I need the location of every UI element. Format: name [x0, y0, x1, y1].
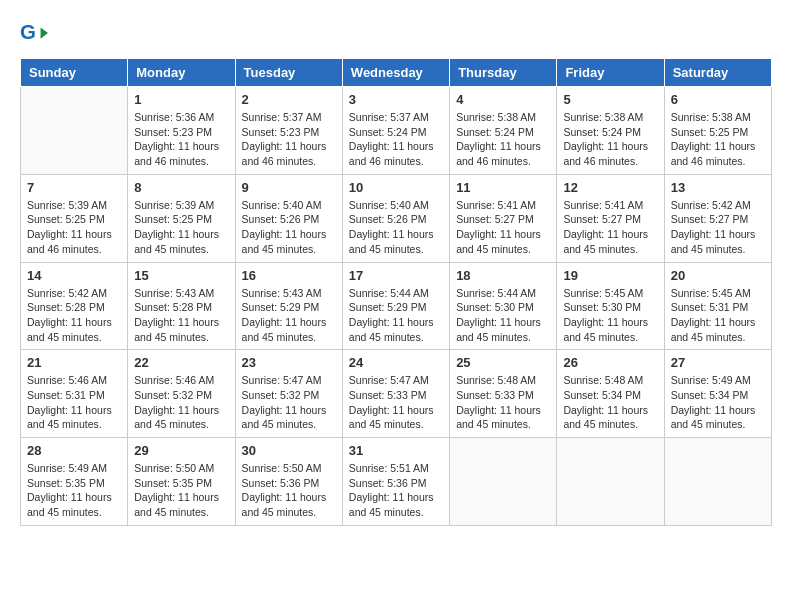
day-detail: Sunrise: 5:39 AMSunset: 5:25 PMDaylight:…: [27, 198, 121, 257]
calendar-cell: 16Sunrise: 5:43 AMSunset: 5:29 PMDayligh…: [235, 262, 342, 350]
day-detail: Sunrise: 5:38 AMSunset: 5:24 PMDaylight:…: [563, 110, 657, 169]
calendar-cell: 31Sunrise: 5:51 AMSunset: 5:36 PMDayligh…: [342, 438, 449, 526]
calendar-cell: [664, 438, 771, 526]
calendar-cell: 22Sunrise: 5:46 AMSunset: 5:32 PMDayligh…: [128, 350, 235, 438]
day-number: 14: [27, 268, 121, 283]
day-number: 3: [349, 92, 443, 107]
calendar-cell: 15Sunrise: 5:43 AMSunset: 5:28 PMDayligh…: [128, 262, 235, 350]
calendar-cell: 28Sunrise: 5:49 AMSunset: 5:35 PMDayligh…: [21, 438, 128, 526]
svg-text:G: G: [20, 20, 36, 43]
calendar-cell: 27Sunrise: 5:49 AMSunset: 5:34 PMDayligh…: [664, 350, 771, 438]
day-detail: Sunrise: 5:38 AMSunset: 5:25 PMDaylight:…: [671, 110, 765, 169]
calendar-cell: 10Sunrise: 5:40 AMSunset: 5:26 PMDayligh…: [342, 174, 449, 262]
day-detail: Sunrise: 5:45 AMSunset: 5:30 PMDaylight:…: [563, 286, 657, 345]
calendar-cell: 19Sunrise: 5:45 AMSunset: 5:30 PMDayligh…: [557, 262, 664, 350]
calendar-cell: [450, 438, 557, 526]
day-detail: Sunrise: 5:47 AMSunset: 5:33 PMDaylight:…: [349, 373, 443, 432]
calendar-cell: 12Sunrise: 5:41 AMSunset: 5:27 PMDayligh…: [557, 174, 664, 262]
calendar-cell: 11Sunrise: 5:41 AMSunset: 5:27 PMDayligh…: [450, 174, 557, 262]
day-detail: Sunrise: 5:50 AMSunset: 5:36 PMDaylight:…: [242, 461, 336, 520]
day-detail: Sunrise: 5:37 AMSunset: 5:24 PMDaylight:…: [349, 110, 443, 169]
day-detail: Sunrise: 5:46 AMSunset: 5:31 PMDaylight:…: [27, 373, 121, 432]
calendar-cell: 29Sunrise: 5:50 AMSunset: 5:35 PMDayligh…: [128, 438, 235, 526]
logo-icon: G: [20, 20, 48, 48]
day-number: 31: [349, 443, 443, 458]
calendar-cell: [557, 438, 664, 526]
calendar-cell: 30Sunrise: 5:50 AMSunset: 5:36 PMDayligh…: [235, 438, 342, 526]
calendar-table: SundayMondayTuesdayWednesdayThursdayFrid…: [20, 58, 772, 526]
calendar-cell: 8Sunrise: 5:39 AMSunset: 5:25 PMDaylight…: [128, 174, 235, 262]
day-number: 4: [456, 92, 550, 107]
calendar-cell: 4Sunrise: 5:38 AMSunset: 5:24 PMDaylight…: [450, 87, 557, 175]
day-detail: Sunrise: 5:43 AMSunset: 5:28 PMDaylight:…: [134, 286, 228, 345]
page-header: G: [20, 20, 772, 48]
day-number: 19: [563, 268, 657, 283]
calendar-cell: 7Sunrise: 5:39 AMSunset: 5:25 PMDaylight…: [21, 174, 128, 262]
week-row: 1Sunrise: 5:36 AMSunset: 5:23 PMDaylight…: [21, 87, 772, 175]
day-detail: Sunrise: 5:36 AMSunset: 5:23 PMDaylight:…: [134, 110, 228, 169]
day-number: 12: [563, 180, 657, 195]
day-detail: Sunrise: 5:41 AMSunset: 5:27 PMDaylight:…: [563, 198, 657, 257]
weekday-header: Wednesday: [342, 59, 449, 87]
day-number: 16: [242, 268, 336, 283]
weekday-header: Tuesday: [235, 59, 342, 87]
calendar-cell: 17Sunrise: 5:44 AMSunset: 5:29 PMDayligh…: [342, 262, 449, 350]
calendar-cell: 23Sunrise: 5:47 AMSunset: 5:32 PMDayligh…: [235, 350, 342, 438]
day-number: 23: [242, 355, 336, 370]
header-row: SundayMondayTuesdayWednesdayThursdayFrid…: [21, 59, 772, 87]
day-detail: Sunrise: 5:46 AMSunset: 5:32 PMDaylight:…: [134, 373, 228, 432]
weekday-header: Monday: [128, 59, 235, 87]
weekday-header: Friday: [557, 59, 664, 87]
day-number: 22: [134, 355, 228, 370]
day-number: 29: [134, 443, 228, 458]
day-detail: Sunrise: 5:51 AMSunset: 5:36 PMDaylight:…: [349, 461, 443, 520]
day-number: 27: [671, 355, 765, 370]
calendar-cell: 2Sunrise: 5:37 AMSunset: 5:23 PMDaylight…: [235, 87, 342, 175]
calendar-cell: 6Sunrise: 5:38 AMSunset: 5:25 PMDaylight…: [664, 87, 771, 175]
day-number: 20: [671, 268, 765, 283]
day-number: 5: [563, 92, 657, 107]
logo: G: [20, 20, 50, 48]
day-number: 21: [27, 355, 121, 370]
day-number: 26: [563, 355, 657, 370]
day-number: 6: [671, 92, 765, 107]
svg-marker-1: [41, 27, 48, 38]
day-detail: Sunrise: 5:45 AMSunset: 5:31 PMDaylight:…: [671, 286, 765, 345]
calendar-cell: 14Sunrise: 5:42 AMSunset: 5:28 PMDayligh…: [21, 262, 128, 350]
day-number: 17: [349, 268, 443, 283]
day-number: 18: [456, 268, 550, 283]
weekday-header: Saturday: [664, 59, 771, 87]
day-detail: Sunrise: 5:40 AMSunset: 5:26 PMDaylight:…: [242, 198, 336, 257]
day-number: 1: [134, 92, 228, 107]
week-row: 21Sunrise: 5:46 AMSunset: 5:31 PMDayligh…: [21, 350, 772, 438]
day-detail: Sunrise: 5:50 AMSunset: 5:35 PMDaylight:…: [134, 461, 228, 520]
calendar-cell: 5Sunrise: 5:38 AMSunset: 5:24 PMDaylight…: [557, 87, 664, 175]
calendar-cell: 26Sunrise: 5:48 AMSunset: 5:34 PMDayligh…: [557, 350, 664, 438]
day-number: 30: [242, 443, 336, 458]
day-detail: Sunrise: 5:48 AMSunset: 5:33 PMDaylight:…: [456, 373, 550, 432]
day-detail: Sunrise: 5:49 AMSunset: 5:35 PMDaylight:…: [27, 461, 121, 520]
day-detail: Sunrise: 5:42 AMSunset: 5:27 PMDaylight:…: [671, 198, 765, 257]
week-row: 28Sunrise: 5:49 AMSunset: 5:35 PMDayligh…: [21, 438, 772, 526]
day-detail: Sunrise: 5:39 AMSunset: 5:25 PMDaylight:…: [134, 198, 228, 257]
calendar-cell: 18Sunrise: 5:44 AMSunset: 5:30 PMDayligh…: [450, 262, 557, 350]
day-detail: Sunrise: 5:38 AMSunset: 5:24 PMDaylight:…: [456, 110, 550, 169]
day-detail: Sunrise: 5:49 AMSunset: 5:34 PMDaylight:…: [671, 373, 765, 432]
calendar-cell: 25Sunrise: 5:48 AMSunset: 5:33 PMDayligh…: [450, 350, 557, 438]
day-number: 15: [134, 268, 228, 283]
day-detail: Sunrise: 5:43 AMSunset: 5:29 PMDaylight:…: [242, 286, 336, 345]
day-detail: Sunrise: 5:37 AMSunset: 5:23 PMDaylight:…: [242, 110, 336, 169]
week-row: 7Sunrise: 5:39 AMSunset: 5:25 PMDaylight…: [21, 174, 772, 262]
calendar-cell: [21, 87, 128, 175]
day-number: 7: [27, 180, 121, 195]
calendar-cell: 1Sunrise: 5:36 AMSunset: 5:23 PMDaylight…: [128, 87, 235, 175]
day-number: 9: [242, 180, 336, 195]
calendar-cell: 21Sunrise: 5:46 AMSunset: 5:31 PMDayligh…: [21, 350, 128, 438]
calendar-cell: 20Sunrise: 5:45 AMSunset: 5:31 PMDayligh…: [664, 262, 771, 350]
day-number: 24: [349, 355, 443, 370]
day-detail: Sunrise: 5:47 AMSunset: 5:32 PMDaylight:…: [242, 373, 336, 432]
day-detail: Sunrise: 5:42 AMSunset: 5:28 PMDaylight:…: [27, 286, 121, 345]
calendar-cell: 3Sunrise: 5:37 AMSunset: 5:24 PMDaylight…: [342, 87, 449, 175]
day-detail: Sunrise: 5:44 AMSunset: 5:30 PMDaylight:…: [456, 286, 550, 345]
day-detail: Sunrise: 5:48 AMSunset: 5:34 PMDaylight:…: [563, 373, 657, 432]
